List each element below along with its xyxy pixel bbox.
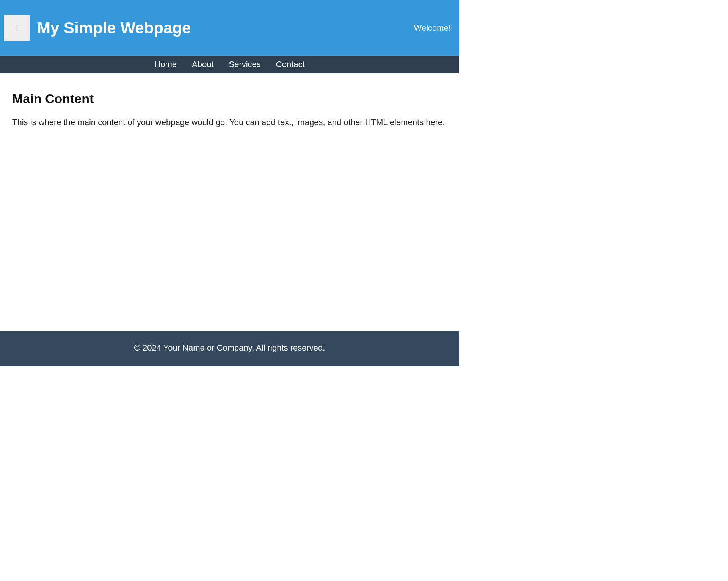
main-content: Main Content This is where the main cont…	[0, 73, 459, 331]
nav-item-services[interactable]: Services	[229, 60, 261, 69]
footer-text: © 2024 Your Name or Company. All rights …	[134, 343, 325, 352]
site-title: My Simple Webpage	[37, 19, 191, 37]
main-text: This is where the main content of your w…	[12, 117, 447, 128]
nav-item-home[interactable]: Home	[154, 60, 177, 69]
main-nav: Home About Services Contact	[0, 56, 459, 73]
main-heading: Main Content	[12, 91, 447, 106]
nav-item-contact[interactable]: Contact	[276, 60, 305, 69]
logo-alt-text: 5 × 5	[15, 24, 18, 31]
footer: © 2024 Your Name or Company. All rights …	[0, 331, 459, 366]
logo-placeholder-icon: 5 × 5	[4, 15, 30, 41]
welcome-text: Welcome!	[414, 23, 455, 33]
header-left: 5 × 5 My Simple Webpage	[4, 15, 191, 41]
nav-item-about[interactable]: About	[192, 60, 214, 69]
header: 5 × 5 My Simple Webpage Welcome!	[0, 0, 459, 56]
